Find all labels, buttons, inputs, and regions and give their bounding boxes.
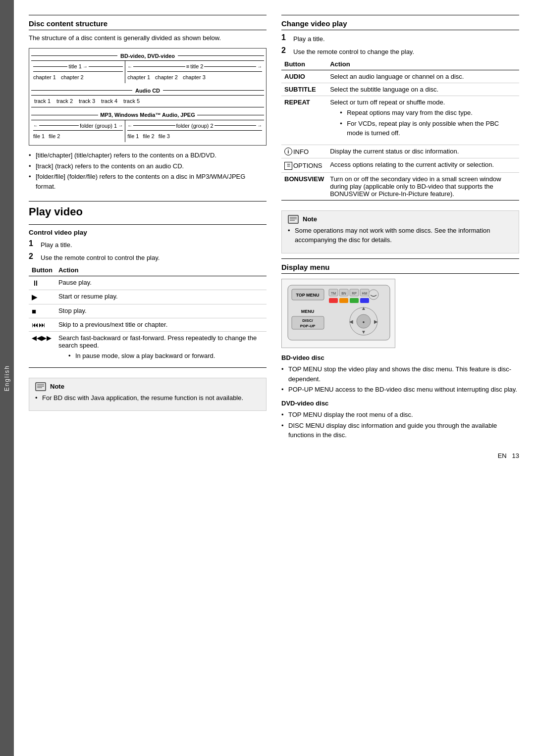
- disc-bullet-1: [title/chapter] (title/chapter) refers t…: [29, 151, 267, 160]
- dvd-bullet-1: TOP MENU display the root menu of a disc…: [281, 410, 519, 420]
- table-row: REPEAT Select or turn off repeat or shuf…: [281, 96, 519, 145]
- control-col-action: Action: [55, 264, 267, 276]
- table-row: ▶ Start or resume play.: [29, 290, 267, 304]
- svg-text:RP: RP: [352, 292, 357, 295]
- language-tab: English: [0, 0, 14, 756]
- action-pause: Pause play.: [55, 276, 267, 290]
- action-stop: Stop play.: [55, 304, 267, 318]
- audio-cd-label: Audio CD: [132, 86, 163, 96]
- action-play: Start or resume play.: [55, 290, 267, 304]
- remote-diagram: TOP MENU TM BN RP HM: [281, 279, 395, 348]
- svg-rect-21: [339, 298, 348, 303]
- svg-text:TM: TM: [331, 292, 336, 295]
- btn-play: ▶: [29, 290, 55, 304]
- disc-bullet-3: [folder/file] (folder/file) refers to th…: [29, 172, 267, 191]
- disc-content-section: Disc content structure The structure of …: [29, 15, 267, 191]
- folder1-block: ← folder (group) 1 → file 1 file 2: [31, 120, 125, 142]
- change-video-section: Change video play 1 Play a title. 2 Use …: [281, 15, 519, 201]
- svg-text:●: ●: [363, 320, 365, 324]
- control-table: Button Action ⏸ Pause play. ▶ Star: [29, 264, 267, 368]
- control-step-2: 2 Use the remote control to control the …: [29, 252, 267, 263]
- svg-text:DISC/: DISC/: [302, 318, 313, 323]
- table-row: ■ Stop play.: [29, 304, 267, 318]
- track5: track 5: [123, 97, 140, 106]
- table-row: i INFO Display the current status or dis…: [281, 145, 519, 158]
- action-options: Access options relating to the current a…: [327, 158, 519, 173]
- bd-bullet-2: POP-UP MENU access to the BD-video disc …: [281, 385, 519, 395]
- svg-text:MENU: MENU: [301, 309, 315, 314]
- options-symbol: ☰ OPTIONS: [284, 162, 322, 170]
- table-row: BONUSVIEW Turn on or off the secondary v…: [281, 172, 519, 200]
- note-icon: [35, 382, 46, 391]
- svg-text:▼: ▼: [361, 329, 366, 335]
- chapter1b: chapter 1: [127, 73, 150, 82]
- action-info: Display the current status or disc infor…: [327, 145, 519, 158]
- change-col-action: Action: [327, 58, 519, 70]
- change-step-1: 1 Play a title.: [281, 33, 519, 44]
- svg-text:▶: ▶: [374, 319, 378, 324]
- file1b: file 1: [127, 132, 139, 141]
- language-label: English: [3, 365, 10, 391]
- page-footer: EN 13: [281, 450, 519, 459]
- control-step-1: 1 Play a title.: [29, 239, 267, 250]
- left-column: Disc content structure The structure of …: [29, 15, 267, 741]
- mp3-section: MP3, Windows Media™ Audio, JPEG ← folder…: [31, 110, 264, 142]
- svg-text:POP-UP: POP-UP: [300, 324, 316, 328]
- dvd-bullets: TOP MENU display the root menu of a disc…: [281, 410, 519, 440]
- table-row: ⏸ Pause play.: [29, 276, 267, 290]
- folder2-block: ← folder (group) 2 → file 1 file 2 fil: [125, 120, 264, 142]
- chapter3: chapter 3: [183, 73, 206, 82]
- change-col-button: Button: [281, 58, 327, 70]
- repeat-sub-2: For VCDs, repeat play is only possible w…: [340, 119, 516, 138]
- btn-audio: AUDIO: [281, 70, 327, 83]
- disc-content-bullets: [title/chapter] (title/chapter) refers t…: [29, 151, 267, 191]
- play-video-section: Play video Control video play 1 Play a t…: [29, 201, 267, 411]
- info-symbol: i INFO: [284, 148, 309, 155]
- display-menu-section: Display menu TOP MENU: [281, 258, 519, 440]
- title1-label: title 1: [68, 62, 81, 71]
- file3: file 3: [159, 132, 170, 141]
- folder2-label: folder (group) 2: [176, 121, 214, 131]
- control-steps: 1 Play a title. 2 Use the remote control…: [29, 239, 267, 262]
- table-row: ⏮⏭ Skip to a previous/next title or chap…: [29, 318, 267, 332]
- action-subtitle: Select the subtitle language on a disc.: [327, 83, 519, 96]
- note-icon-right: [288, 215, 299, 224]
- chapter2b: chapter 2: [155, 73, 178, 82]
- file2a: file 2: [49, 132, 60, 141]
- note-bullets-right: Some operations may not work with some d…: [288, 226, 513, 245]
- note-header-right: Note: [288, 215, 513, 224]
- svg-text:TOP MENU: TOP MENU: [296, 293, 319, 298]
- track3: track 3: [79, 97, 95, 106]
- audio-cd-section: Audio CD track 1 track 2 track 3 track 4…: [31, 86, 264, 107]
- action-repeat: Select or turn off repeat or shuffle mod…: [327, 96, 519, 145]
- display-menu-title: Display menu: [281, 263, 519, 274]
- action-bonusview: Turn on or off the secondary video in a …: [327, 172, 519, 200]
- svg-rect-20: [329, 298, 338, 303]
- title2-block: ← ≡ title 2 → chapter 1 chapter 2: [125, 61, 264, 83]
- btn-options: ☰ OPTIONS: [281, 158, 327, 173]
- control-col-button: Button: [29, 264, 55, 276]
- btn-subtitle: SUBTITLE: [281, 83, 327, 96]
- btn-pause: ⏸: [29, 276, 55, 290]
- table-row: ◀◀▶▶ Search fast-backward or fast-forwar…: [29, 332, 267, 368]
- svg-rect-4: [288, 215, 298, 223]
- file2b: file 2: [143, 132, 154, 141]
- disc-bullet-2: [track] (track) refers to the contents o…: [29, 161, 267, 171]
- control-video-section: Control video play 1 Play a title. 2 Use…: [29, 224, 267, 368]
- play-video-title: Play video: [29, 205, 267, 218]
- disc-diagram: BD-video, DVD-video title 1 →: [29, 48, 267, 146]
- change-video-title: Change video play: [281, 19, 519, 30]
- svg-rect-23: [360, 298, 369, 303]
- svg-rect-0: [36, 383, 46, 391]
- action-skip: Skip to a previous/next title or chapter…: [55, 318, 267, 332]
- btn-repeat: REPEAT: [281, 96, 327, 145]
- track4: track 4: [101, 97, 117, 106]
- disc-content-description: The structure of a disc content is gener…: [29, 33, 267, 43]
- change-step-2: 2 Use the remote control to change the p…: [281, 46, 519, 57]
- right-column: Change video play 1 Play a title. 2 Use …: [281, 15, 519, 741]
- btn-info: i INFO: [281, 145, 327, 158]
- dvd-video-disc-title: DVD-video disc: [281, 399, 519, 408]
- action-audio: Select an audio language or channel on a…: [327, 70, 519, 83]
- svg-rect-22: [350, 298, 359, 303]
- bd-dvd-section: BD-video, DVD-video title 1 →: [31, 51, 264, 83]
